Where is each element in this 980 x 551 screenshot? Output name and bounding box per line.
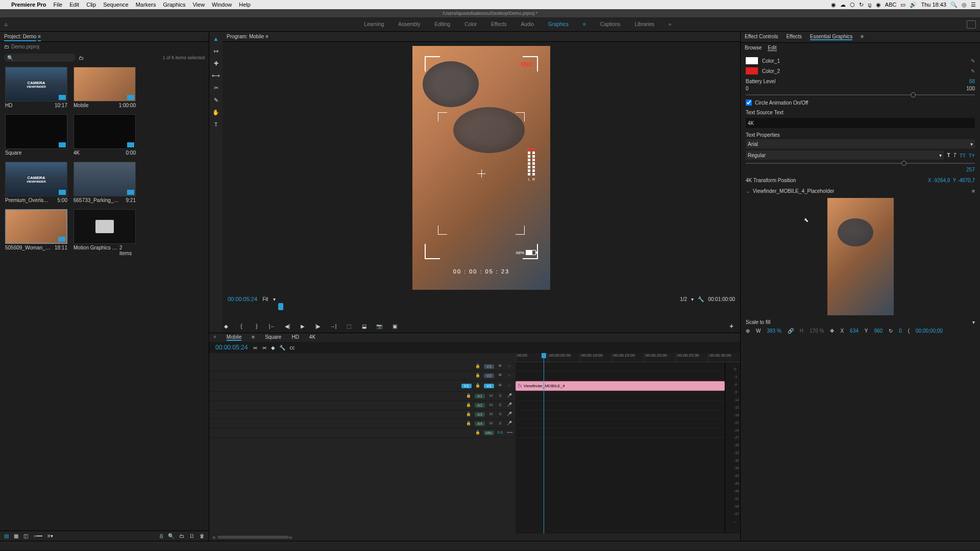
- project-file-name[interactable]: Demo.prproj: [11, 44, 39, 49]
- caption-icon[interactable]: cc: [289, 345, 295, 350]
- audio-lane[interactable]: [516, 429, 725, 438]
- status-time[interactable]: Thu 18:43: [921, 2, 946, 8]
- find-icon[interactable]: 🔍: [168, 533, 174, 539]
- video-lane[interactable]: fxViewfinder_MOBILE_4: [516, 381, 725, 392]
- video-track-header[interactable]: 🔒V2👁○: [209, 371, 516, 381]
- menu-sequence[interactable]: Sequence: [103, 2, 129, 8]
- bin-thumbnail[interactable]: CAMERAVIEWFINDER: [5, 67, 67, 102]
- audio-lane[interactable]: [516, 392, 725, 401]
- menu-help[interactable]: Help: [239, 2, 251, 8]
- current-timecode[interactable]: 00:00:05:24: [228, 296, 257, 302]
- resolution-dropdown-icon[interactable]: ▾: [691, 296, 694, 302]
- panel-menu-icon[interactable]: ≡: [252, 334, 255, 341]
- font-family-select[interactable]: Arial▾: [746, 139, 975, 148]
- comparison-button[interactable]: ▣: [391, 322, 398, 330]
- solo-button[interactable]: S: [497, 412, 503, 418]
- toggle-output-icon[interactable]: 👁: [497, 383, 503, 389]
- allcaps-button[interactable]: TT: [960, 153, 966, 158]
- settings-icon[interactable]: 🔧: [279, 345, 285, 350]
- track-select-tool[interactable]: ↦: [212, 47, 220, 55]
- track-lanes[interactable]: fxViewfinder_MOBILE_4: [516, 362, 725, 534]
- rotation[interactable]: 0: [899, 328, 902, 334]
- bin-thumbnail[interactable]: CAMERAVIEWFINDER: [5, 162, 67, 196]
- color2-swatch[interactable]: [746, 67, 758, 74]
- menu-clip[interactable]: Clip: [86, 2, 96, 8]
- workspace-captions[interactable]: Captions: [600, 21, 620, 27]
- status-cc-icon[interactable]: ◎: [962, 2, 967, 8]
- track-label[interactable]: A2: [475, 403, 485, 408]
- lock-icon[interactable]: 🔒: [475, 430, 481, 436]
- tab-essential-graphics[interactable]: Essential Graphics: [810, 34, 852, 40]
- mute-button[interactable]: M: [488, 403, 494, 409]
- battery-value[interactable]: 68: [969, 79, 975, 84]
- out-point-button[interactable]: }: [253, 322, 260, 330]
- go-to-out-button[interactable]: →|: [330, 322, 337, 330]
- timeline-tab-4k[interactable]: 4K: [309, 334, 315, 341]
- expand-icon[interactable]: ⟷: [506, 430, 512, 436]
- panel-menu-icon[interactable]: ≡: [265, 34, 268, 39]
- circle-checkbox[interactable]: [746, 99, 752, 106]
- panel-menu-icon[interactable]: ≡: [861, 34, 864, 40]
- lift-button[interactable]: ⬚: [345, 322, 352, 330]
- tab-effect-controls[interactable]: Effect Controls: [745, 34, 778, 40]
- bin-item[interactable]: 505609_Woman_Vacat...18:11: [5, 209, 67, 256]
- hand-tool[interactable]: ✋: [212, 108, 220, 116]
- audio-lane[interactable]: [516, 419, 725, 429]
- battery-slider[interactable]: [746, 94, 975, 95]
- workspace-assembly[interactable]: Assembly: [398, 21, 420, 27]
- eyedropper-icon[interactable]: ✎: [971, 68, 975, 74]
- menu-markers[interactable]: Markers: [136, 2, 156, 8]
- slip-tool[interactable]: ⟷: [212, 71, 220, 80]
- eyedropper-icon[interactable]: ✎: [971, 58, 975, 64]
- audio-track-header[interactable]: 🔒A3MS🎤: [209, 410, 516, 419]
- lock-icon[interactable]: 🔒: [475, 364, 481, 370]
- fx-badge[interactable]: fx: [518, 383, 522, 389]
- time-value[interactable]: 00;00;00;00: [916, 328, 943, 334]
- new-bin-icon[interactable]: 🗀: [79, 55, 84, 61]
- type-tool[interactable]: T: [212, 120, 220, 129]
- bin-item[interactable]: 665733_Parking_Lot_Cl...9:21: [74, 162, 136, 203]
- bin-item[interactable]: CAMERAVIEWFINDERPremium_Overlays_Ca...5:…: [5, 162, 67, 203]
- video-lane[interactable]: [516, 362, 725, 371]
- panel-menu-icon[interactable]: ≡: [38, 34, 41, 41]
- toggle-output-icon[interactable]: 👁: [497, 373, 503, 379]
- status-menu-icon[interactable]: ☰: [971, 2, 976, 8]
- share-button[interactable]: [967, 20, 976, 29]
- list-view-icon[interactable]: ▤: [4, 533, 9, 539]
- bold-button[interactable]: T: [947, 153, 950, 158]
- lock-icon[interactable]: 🔒: [465, 393, 472, 399]
- rotation-icon[interactable]: ↻: [889, 328, 893, 334]
- zoom-slider-icon[interactable]: ○━━: [33, 533, 42, 539]
- timeline-zoom-scroll[interactable]: ○○: [209, 534, 740, 541]
- menu-edit[interactable]: Edit: [69, 2, 79, 8]
- subtab-browse[interactable]: Browse: [745, 45, 762, 51]
- lock-icon[interactable]: 🔒: [465, 412, 472, 418]
- voice-icon[interactable]: 🎤: [506, 421, 512, 427]
- timeline-playhead[interactable]: [544, 353, 544, 534]
- settings-icon[interactable]: 🔧: [698, 296, 704, 302]
- bin-thumbnail[interactable]: [74, 209, 136, 244]
- workspace-editing[interactable]: Editing: [435, 21, 451, 27]
- placeholder-group[interactable]: ⌄ Viewfinder_MOBILE_4_Placeholder ≡: [746, 188, 975, 194]
- track-label[interactable]: V1: [484, 384, 494, 388]
- status-cloud-icon[interactable]: ☁: [840, 2, 846, 8]
- solo-button[interactable]: S: [497, 403, 503, 409]
- resolution-select[interactable]: 1/2: [680, 296, 687, 302]
- go-to-in-button[interactable]: |←: [268, 322, 276, 330]
- scale-w[interactable]: 383 %: [767, 328, 781, 334]
- bin-thumbnail[interactable]: [74, 162, 136, 196]
- zoom-fit[interactable]: Fit: [262, 296, 268, 302]
- lock-icon[interactable]: 🔒: [465, 403, 472, 409]
- video-track-header[interactable]: V1🔒V1👁○: [209, 381, 516, 392]
- bin-item[interactable]: Square: [5, 114, 67, 156]
- sync-lock-icon[interactable]: ○: [506, 383, 512, 389]
- anchor-icon[interactable]: ⊕: [746, 328, 750, 334]
- workspace-graphics[interactable]: Graphics: [548, 21, 569, 27]
- audio-track-header[interactable]: 🔒A1MS🎤: [209, 392, 516, 401]
- time-icon[interactable]: (: [908, 328, 910, 334]
- group-menu-icon[interactable]: ≡: [972, 188, 975, 194]
- new-bin-btn-icon[interactable]: 🗀: [179, 533, 184, 539]
- status-battery-icon[interactable]: ▭: [900, 2, 905, 8]
- auto-tc-icon[interactable]: ⎙: [160, 533, 163, 539]
- sync-lock-icon[interactable]: ○: [506, 364, 512, 370]
